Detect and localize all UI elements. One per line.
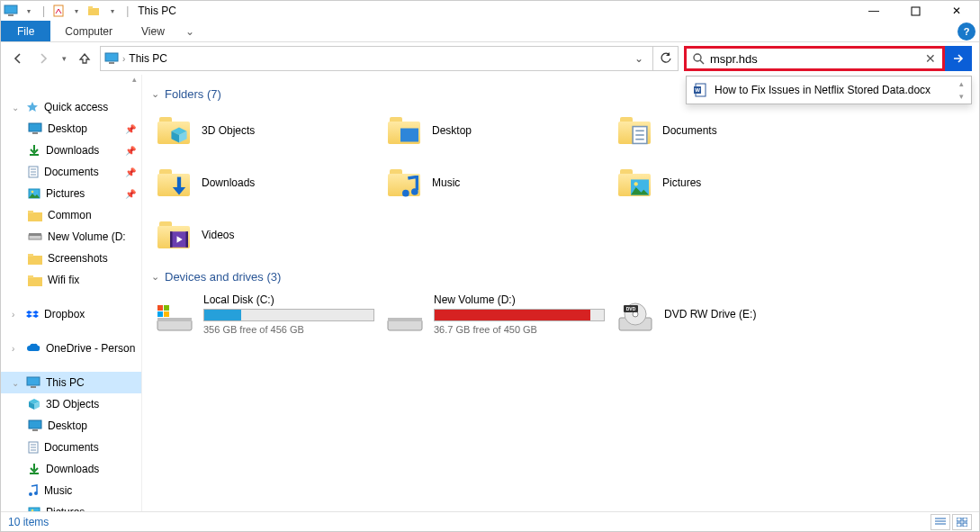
sidebar-item-screenshots[interactable]: Screenshots <box>1 248 141 269</box>
address-bar[interactable]: › This PC ⌄ <box>100 46 653 71</box>
svg-rect-23 <box>28 211 33 213</box>
svg-rect-31 <box>31 386 36 388</box>
svg-rect-14 <box>32 132 38 134</box>
tile-label: Desktop <box>432 124 472 137</box>
folder-tile-desktop[interactable]: Desktop <box>385 108 610 153</box>
drive-label: Local Disk (C:) <box>203 293 374 306</box>
svg-rect-28 <box>28 277 42 286</box>
sidebar-this-pc[interactable]: ⌄ This PC <box>1 372 141 393</box>
help-icon[interactable]: ? <box>958 23 976 41</box>
drive-tile-new-volume-d-[interactable]: New Volume (D:)36.7 GB free of 450 GB <box>385 291 610 338</box>
sidebar-item-pictures[interactable]: Pictures📌 <box>1 183 141 204</box>
tab-computer[interactable]: Computer <box>50 21 127 41</box>
folder-tile-music[interactable]: Music <box>385 160 610 205</box>
expand-icon[interactable]: › <box>12 310 21 320</box>
properties-icon[interactable] <box>50 3 67 19</box>
expand-ribbon-icon[interactable]: ⌄ <box>179 21 201 41</box>
free-space-label: 36.7 GB free of 450 GB <box>434 324 605 335</box>
documents-icon <box>28 166 39 178</box>
up-button[interactable] <box>75 49 94 68</box>
sidebar-item-wifi-fix[interactable]: Wifi fix <box>1 269 141 291</box>
svg-point-40 <box>34 491 38 495</box>
large-icons-view-button[interactable] <box>952 514 972 530</box>
clear-search-icon[interactable]: ✕ <box>924 52 937 65</box>
sidebar-dropbox[interactable]: › Dropbox <box>1 303 141 325</box>
chevron-down-icon[interactable]: ▾ <box>104 3 121 19</box>
search-icon <box>692 52 705 65</box>
svg-text:W: W <box>695 87 700 93</box>
recent-locations-icon[interactable]: ▾ <box>58 49 69 68</box>
maximize-button[interactable] <box>895 1 936 21</box>
sidebar-item-label: Wifi fix <box>48 274 79 286</box>
drive-label: DVD RW Drive (E:) <box>664 308 756 320</box>
search-input[interactable] <box>710 52 919 66</box>
svg-rect-58 <box>164 305 169 311</box>
new-folder-icon[interactable] <box>86 3 103 19</box>
folder-tile-documents[interactable]: Documents <box>616 108 841 153</box>
close-button[interactable]: ✕ <box>936 1 977 21</box>
sidebar-onedrive[interactable]: › OneDrive - Person <box>1 338 141 359</box>
group-header-drives[interactable]: ⌄ Devices and drives (3) <box>151 270 968 284</box>
downloads-icon <box>28 463 40 475</box>
suggestion-scroll[interactable]: ▴▾ <box>954 79 968 101</box>
sidebar-item-downloads[interactable]: Downloads📌 <box>1 140 141 161</box>
drive-tile-dvd-rw-drive-e-[interactable]: DVDDVD RW Drive (E:) <box>616 291 841 338</box>
details-view-button[interactable] <box>931 514 950 530</box>
scroll-up-icon[interactable]: ▴ <box>127 75 141 89</box>
collapse-icon[interactable]: ⌄ <box>151 88 159 100</box>
folder-tile-3d-objects[interactable]: 3D Objects <box>155 108 380 153</box>
title-bar: ▾ | ▾ ▾ | This PC — ✕ <box>1 1 979 21</box>
star-icon <box>26 101 39 113</box>
address-dropdown-icon[interactable]: ⌄ <box>629 52 649 65</box>
svg-rect-3 <box>88 8 99 15</box>
refresh-button[interactable] <box>653 46 679 71</box>
sidebar-item-common[interactable]: Common <box>1 204 141 226</box>
folder-tile-downloads[interactable]: Downloads <box>155 160 380 205</box>
documents-icon <box>28 441 39 454</box>
svg-rect-30 <box>27 377 40 385</box>
sidebar-quick-access[interactable]: ⌄ Quick access <box>1 96 141 118</box>
sidebar-item-new-volume-d-[interactable]: New Volume (D: <box>1 226 141 248</box>
forward-button[interactable] <box>33 49 53 68</box>
file-tab[interactable]: File <box>1 21 50 41</box>
folder-icon <box>388 169 420 196</box>
sidebar-item-desktop[interactable]: Desktop <box>1 415 141 437</box>
chevron-down-icon[interactable]: ▾ <box>68 3 85 19</box>
sidebar-item-desktop[interactable]: Desktop📌 <box>1 118 141 140</box>
svg-rect-74 <box>963 523 967 527</box>
tile-label: Downloads <box>202 176 255 189</box>
sidebar-item-pictures[interactable]: Pictures <box>1 501 141 511</box>
chevron-down-icon[interactable]: ▾ <box>21 3 37 19</box>
back-button[interactable] <box>8 49 28 68</box>
sidebar-item-documents[interactable]: Documents📌 <box>1 161 141 183</box>
sidebar-item-3d-objects[interactable]: 3D Objects <box>1 393 141 415</box>
folder-tile-pictures[interactable]: Pictures <box>616 160 841 205</box>
sidebar-item-documents[interactable]: Documents <box>1 437 141 458</box>
search-go-button[interactable] <box>945 46 972 71</box>
sidebar-item-label: Downloads <box>46 463 99 475</box>
navigation-row: ▾ › This PC ⌄ ✕ W <box>1 42 979 75</box>
search-suggestion-item[interactable]: W How to Fix Issues in Netflix Stored Da… <box>689 79 954 101</box>
folder-icon <box>157 221 190 248</box>
sidebar-item-music[interactable]: Music <box>1 480 141 501</box>
drive-icon <box>28 232 42 241</box>
folder-icon <box>618 169 651 196</box>
expand-icon[interactable]: › <box>12 344 21 354</box>
svg-rect-59 <box>157 311 163 317</box>
sidebar-item-downloads[interactable]: Downloads <box>1 458 141 480</box>
pin-icon: 📌 <box>125 146 136 156</box>
search-box[interactable]: ✕ <box>684 46 945 71</box>
breadcrumb-sep-icon[interactable]: › <box>122 54 125 64</box>
expand-icon[interactable]: ⌄ <box>12 103 21 113</box>
expand-icon[interactable]: ⌄ <box>12 378 21 388</box>
tab-view[interactable]: View <box>127 21 179 41</box>
folder-tile-videos[interactable]: Videos <box>155 212 380 257</box>
minimize-button[interactable]: — <box>853 1 895 21</box>
pc-icon <box>26 376 40 389</box>
breadcrumb[interactable]: This PC <box>129 52 167 65</box>
content-pane[interactable]: ⌄ Folders (7) 3D ObjectsDesktopDocuments… <box>142 75 979 511</box>
collapse-icon[interactable]: ⌄ <box>151 271 159 283</box>
folder-icon <box>28 210 42 221</box>
pictures-icon <box>28 188 40 199</box>
drive-tile-local-disk-c-[interactable]: Local Disk (C:)356 GB free of 456 GB <box>155 291 380 338</box>
